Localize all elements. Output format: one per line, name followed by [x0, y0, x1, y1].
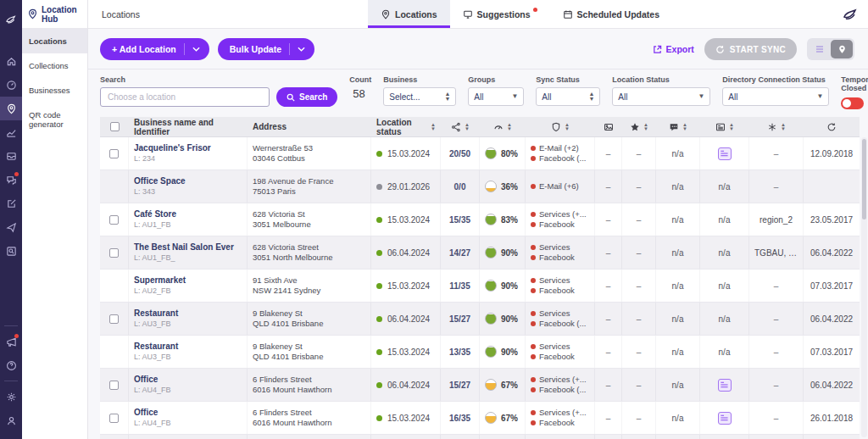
- rail-compose-button[interactable]: [0, 192, 22, 215]
- directory-listing-badge-icon[interactable]: [718, 379, 732, 392]
- business-name-link[interactable]: Restaurant: [134, 342, 178, 352]
- select-all-checkbox[interactable]: [110, 122, 120, 131]
- issue-item[interactable]: Services: [531, 342, 570, 352]
- rail-account-button[interactable]: [0, 408, 22, 432]
- rail-location-pin-button[interactable]: [0, 97, 22, 120]
- sort-arrows-icon[interactable]: ▲▼: [781, 123, 786, 131]
- sidebar-item-businesses[interactable]: Businesses: [22, 78, 87, 103]
- issue-item[interactable]: Facebook: [531, 253, 575, 263]
- temporarily-closed-toggle[interactable]: [841, 97, 864, 109]
- issue-item[interactable]: Facebook (...: [531, 153, 586, 164]
- header-location-status[interactable]: Location status▲▼: [371, 117, 441, 136]
- completeness-value: 90%: [501, 347, 518, 357]
- business-name-link[interactable]: Jacqueline's Frisor: [134, 143, 211, 153]
- rail-analytics-button[interactable]: [0, 120, 22, 144]
- rail-chat-button[interactable]: [0, 168, 22, 192]
- issue-item[interactable]: Facebook: [531, 418, 575, 428]
- row-checkbox[interactable]: [109, 149, 119, 158]
- rail-home-button[interactable]: [0, 49, 22, 73]
- search-button[interactable]: Search: [276, 87, 337, 107]
- tab-locations[interactable]: Locations: [368, 0, 450, 28]
- start-sync-button[interactable]: START SYNC: [704, 38, 797, 60]
- issue-item[interactable]: Facebook (...: [531, 319, 586, 329]
- sidebar-item-qr-code-generator[interactable]: QR code generator: [22, 103, 87, 136]
- sidebar-item-collections[interactable]: Collections: [22, 53, 87, 78]
- sort-arrows-icon[interactable]: ▲▼: [729, 123, 734, 131]
- row-checkbox[interactable]: [109, 215, 119, 225]
- bulk-update-chevron-icon[interactable]: [289, 43, 314, 55]
- header-shield[interactable]: ▲▼: [526, 117, 595, 136]
- business-name-link[interactable]: Restaurant: [134, 308, 178, 319]
- business-name-link[interactable]: Office Space: [134, 176, 186, 186]
- header-listing-card[interactable]: ▲▼: [700, 117, 749, 136]
- row-checkbox[interactable]: [109, 314, 119, 324]
- tab-suggestions[interactable]: Suggestions: [450, 0, 550, 28]
- issue-item[interactable]: Facebook: [531, 286, 575, 296]
- rail-settings-button[interactable]: [0, 385, 22, 408]
- tab-scheduled-updates[interactable]: Scheduled Updates: [550, 0, 672, 28]
- table-row: Office L: AU4_FB 6 Flinders Street 6016 …: [100, 402, 860, 435]
- rail-dashboard-button[interactable]: [0, 73, 22, 97]
- add-location-chevron-icon[interactable]: [184, 43, 209, 55]
- row-checkbox[interactable]: [109, 414, 119, 423]
- header-sync[interactable]: [804, 117, 860, 136]
- sort-arrows-icon[interactable]: ▲▼: [565, 123, 570, 131]
- business-name-link[interactable]: Office: [134, 408, 158, 418]
- row-checkbox[interactable]: [109, 381, 119, 390]
- directory-listing-badge-icon[interactable]: [718, 412, 732, 425]
- sort-arrows-icon[interactable]: ▲▼: [643, 123, 648, 131]
- export-button[interactable]: Export: [653, 44, 694, 54]
- filter-select-business[interactable]: Select...▲▼: [383, 87, 456, 106]
- header-business-name[interactable]: Business name and Identifier: [129, 117, 248, 136]
- issue-item[interactable]: Services (+...: [531, 209, 587, 220]
- issue-item[interactable]: Services: [531, 275, 570, 286]
- map-view-button[interactable]: [831, 40, 853, 58]
- filter-select-location-status[interactable]: All▼: [612, 87, 710, 106]
- issue-item[interactable]: Services: [531, 242, 570, 253]
- business-name-link[interactable]: The Best Nail Salon Ever: [134, 242, 234, 253]
- analytics-icon: [6, 127, 17, 138]
- header-address[interactable]: Address: [248, 117, 371, 136]
- filter-select-directory-connection-status[interactable]: All▼: [722, 87, 829, 106]
- list-view-button[interactable]: [809, 40, 831, 58]
- issue-item[interactable]: Services (+...: [531, 408, 587, 418]
- header-star[interactable]: ▲▼: [622, 117, 656, 136]
- directory-listing-badge-icon[interactable]: [718, 147, 732, 160]
- directory-cell: n/a: [700, 336, 749, 368]
- add-location-button[interactable]: + Add Location: [100, 38, 209, 60]
- filter-select-sync-status[interactable]: All▲▼: [536, 87, 600, 106]
- row-checkbox[interactable]: [109, 248, 119, 258]
- search-input[interactable]: [100, 87, 270, 107]
- issue-item[interactable]: Facebook: [531, 352, 575, 362]
- address-cell: 6 Flinders Street 6016 Mount Hawthorn: [248, 369, 371, 401]
- sidebar-item-locations[interactable]: Locations: [22, 29, 87, 53]
- sort-arrows-icon[interactable]: ▲▼: [465, 123, 470, 131]
- rail-inbox-button[interactable]: [0, 144, 22, 168]
- completeness-gauge: [485, 313, 497, 325]
- rail-media-search-button[interactable]: [0, 239, 22, 263]
- rail-help-button[interactable]: [0, 353, 22, 377]
- issue-item[interactable]: Services (+...: [531, 375, 587, 385]
- bulk-update-button[interactable]: Bulk Update: [218, 38, 314, 60]
- sort-arrows-icon[interactable]: ▲▼: [431, 123, 436, 131]
- sort-arrows-icon[interactable]: ▲▼: [682, 123, 687, 131]
- issue-item[interactable]: Facebook (...: [531, 385, 586, 395]
- scrollbar-thumb[interactable]: [862, 139, 866, 220]
- issue-dot-icon: [531, 222, 536, 227]
- rail-whats-new-button[interactable]: [0, 330, 22, 353]
- rail-send-button[interactable]: [0, 215, 22, 239]
- business-name-link[interactable]: Supermarket: [134, 275, 186, 286]
- issue-item[interactable]: Services: [531, 308, 570, 319]
- business-name-link[interactable]: Café Store: [134, 209, 176, 220]
- header-network[interactable]: ▲▼: [441, 117, 480, 136]
- header-labels[interactable]: ▲▼: [749, 117, 804, 136]
- header-reviews[interactable]: ▲▼: [656, 117, 700, 136]
- issue-item[interactable]: E-Mail (+2): [531, 143, 579, 153]
- filter-select-groups[interactable]: All▼: [468, 87, 524, 106]
- issue-item[interactable]: Facebook: [531, 220, 575, 230]
- header-gauge[interactable]: ▲▼: [480, 117, 526, 136]
- header-photo[interactable]: [595, 117, 622, 136]
- issue-item[interactable]: E-Mail (+6): [531, 181, 579, 192]
- sort-arrows-icon[interactable]: ▲▼: [507, 123, 512, 131]
- business-name-link[interactable]: Office: [134, 375, 158, 385]
